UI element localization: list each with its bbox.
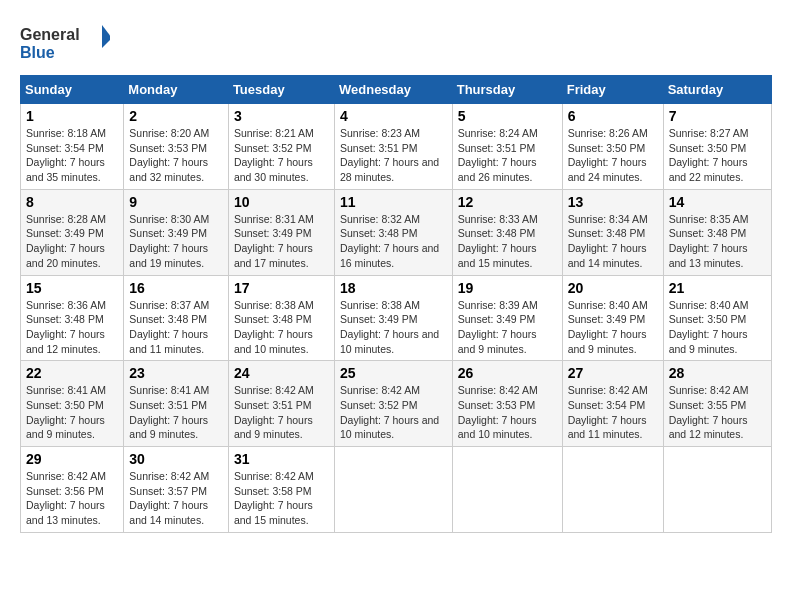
day-number: 8 — [26, 194, 118, 210]
logo: General Blue — [20, 20, 110, 65]
week-row-2: 8Sunrise: 8:28 AMSunset: 3:49 PMDaylight… — [21, 189, 772, 275]
day-info: Sunrise: 8:40 AMSunset: 3:49 PMDaylight:… — [568, 298, 658, 357]
day-number: 12 — [458, 194, 557, 210]
day-number: 30 — [129, 451, 223, 467]
day-number: 19 — [458, 280, 557, 296]
day-info: Sunrise: 8:18 AMSunset: 3:54 PMDaylight:… — [26, 126, 118, 185]
day-number: 28 — [669, 365, 766, 381]
day-number: 17 — [234, 280, 329, 296]
col-header-thursday: Thursday — [452, 76, 562, 104]
day-info: Sunrise: 8:42 AMSunset: 3:55 PMDaylight:… — [669, 383, 766, 442]
day-number: 16 — [129, 280, 223, 296]
week-row-5: 29Sunrise: 8:42 AMSunset: 3:56 PMDayligh… — [21, 447, 772, 533]
day-info: Sunrise: 8:41 AMSunset: 3:50 PMDaylight:… — [26, 383, 118, 442]
day-cell: 15Sunrise: 8:36 AMSunset: 3:48 PMDayligh… — [21, 275, 124, 361]
day-cell: 23Sunrise: 8:41 AMSunset: 3:51 PMDayligh… — [124, 361, 229, 447]
day-info: Sunrise: 8:38 AMSunset: 3:49 PMDaylight:… — [340, 298, 447, 357]
day-info: Sunrise: 8:31 AMSunset: 3:49 PMDaylight:… — [234, 212, 329, 271]
day-number: 21 — [669, 280, 766, 296]
day-cell: 29Sunrise: 8:42 AMSunset: 3:56 PMDayligh… — [21, 447, 124, 533]
day-cell: 9Sunrise: 8:30 AMSunset: 3:49 PMDaylight… — [124, 189, 229, 275]
day-info: Sunrise: 8:33 AMSunset: 3:48 PMDaylight:… — [458, 212, 557, 271]
day-cell: 21Sunrise: 8:40 AMSunset: 3:50 PMDayligh… — [663, 275, 771, 361]
day-number: 13 — [568, 194, 658, 210]
day-info: Sunrise: 8:30 AMSunset: 3:49 PMDaylight:… — [129, 212, 223, 271]
day-cell — [452, 447, 562, 533]
day-info: Sunrise: 8:40 AMSunset: 3:50 PMDaylight:… — [669, 298, 766, 357]
day-cell: 14Sunrise: 8:35 AMSunset: 3:48 PMDayligh… — [663, 189, 771, 275]
day-cell — [562, 447, 663, 533]
day-info: Sunrise: 8:28 AMSunset: 3:49 PMDaylight:… — [26, 212, 118, 271]
day-number: 25 — [340, 365, 447, 381]
day-number: 15 — [26, 280, 118, 296]
week-row-3: 15Sunrise: 8:36 AMSunset: 3:48 PMDayligh… — [21, 275, 772, 361]
day-cell: 5Sunrise: 8:24 AMSunset: 3:51 PMDaylight… — [452, 104, 562, 190]
day-info: Sunrise: 8:38 AMSunset: 3:48 PMDaylight:… — [234, 298, 329, 357]
day-info: Sunrise: 8:34 AMSunset: 3:48 PMDaylight:… — [568, 212, 658, 271]
day-info: Sunrise: 8:42 AMSunset: 3:57 PMDaylight:… — [129, 469, 223, 528]
day-cell: 30Sunrise: 8:42 AMSunset: 3:57 PMDayligh… — [124, 447, 229, 533]
logo-svg: General Blue — [20, 20, 110, 65]
day-number: 22 — [26, 365, 118, 381]
day-number: 5 — [458, 108, 557, 124]
day-info: Sunrise: 8:42 AMSunset: 3:56 PMDaylight:… — [26, 469, 118, 528]
day-info: Sunrise: 8:20 AMSunset: 3:53 PMDaylight:… — [129, 126, 223, 185]
day-number: 2 — [129, 108, 223, 124]
header: General Blue — [20, 20, 772, 65]
day-cell: 4Sunrise: 8:23 AMSunset: 3:51 PMDaylight… — [334, 104, 452, 190]
col-header-sunday: Sunday — [21, 76, 124, 104]
day-info: Sunrise: 8:32 AMSunset: 3:48 PMDaylight:… — [340, 212, 447, 271]
calendar-table: SundayMondayTuesdayWednesdayThursdayFrid… — [20, 75, 772, 533]
svg-text:Blue: Blue — [20, 44, 55, 61]
day-number: 6 — [568, 108, 658, 124]
svg-text:General: General — [20, 26, 80, 43]
day-number: 20 — [568, 280, 658, 296]
header-row: SundayMondayTuesdayWednesdayThursdayFrid… — [21, 76, 772, 104]
day-info: Sunrise: 8:35 AMSunset: 3:48 PMDaylight:… — [669, 212, 766, 271]
day-cell: 8Sunrise: 8:28 AMSunset: 3:49 PMDaylight… — [21, 189, 124, 275]
week-row-4: 22Sunrise: 8:41 AMSunset: 3:50 PMDayligh… — [21, 361, 772, 447]
day-cell — [663, 447, 771, 533]
day-number: 4 — [340, 108, 447, 124]
day-number: 9 — [129, 194, 223, 210]
day-cell: 22Sunrise: 8:41 AMSunset: 3:50 PMDayligh… — [21, 361, 124, 447]
day-number: 27 — [568, 365, 658, 381]
col-header-friday: Friday — [562, 76, 663, 104]
day-number: 24 — [234, 365, 329, 381]
day-cell: 19Sunrise: 8:39 AMSunset: 3:49 PMDayligh… — [452, 275, 562, 361]
day-cell: 6Sunrise: 8:26 AMSunset: 3:50 PMDaylight… — [562, 104, 663, 190]
day-info: Sunrise: 8:24 AMSunset: 3:51 PMDaylight:… — [458, 126, 557, 185]
day-number: 29 — [26, 451, 118, 467]
day-cell — [334, 447, 452, 533]
day-cell: 31Sunrise: 8:42 AMSunset: 3:58 PMDayligh… — [228, 447, 334, 533]
day-info: Sunrise: 8:21 AMSunset: 3:52 PMDaylight:… — [234, 126, 329, 185]
day-info: Sunrise: 8:37 AMSunset: 3:48 PMDaylight:… — [129, 298, 223, 357]
day-cell: 1Sunrise: 8:18 AMSunset: 3:54 PMDaylight… — [21, 104, 124, 190]
day-cell: 26Sunrise: 8:42 AMSunset: 3:53 PMDayligh… — [452, 361, 562, 447]
day-cell: 10Sunrise: 8:31 AMSunset: 3:49 PMDayligh… — [228, 189, 334, 275]
day-info: Sunrise: 8:27 AMSunset: 3:50 PMDaylight:… — [669, 126, 766, 185]
day-cell: 3Sunrise: 8:21 AMSunset: 3:52 PMDaylight… — [228, 104, 334, 190]
day-info: Sunrise: 8:39 AMSunset: 3:49 PMDaylight:… — [458, 298, 557, 357]
day-info: Sunrise: 8:42 AMSunset: 3:51 PMDaylight:… — [234, 383, 329, 442]
day-info: Sunrise: 8:42 AMSunset: 3:53 PMDaylight:… — [458, 383, 557, 442]
col-header-saturday: Saturday — [663, 76, 771, 104]
day-cell: 7Sunrise: 8:27 AMSunset: 3:50 PMDaylight… — [663, 104, 771, 190]
day-info: Sunrise: 8:42 AMSunset: 3:52 PMDaylight:… — [340, 383, 447, 442]
day-number: 14 — [669, 194, 766, 210]
day-cell: 17Sunrise: 8:38 AMSunset: 3:48 PMDayligh… — [228, 275, 334, 361]
day-number: 10 — [234, 194, 329, 210]
day-number: 31 — [234, 451, 329, 467]
day-info: Sunrise: 8:36 AMSunset: 3:48 PMDaylight:… — [26, 298, 118, 357]
day-number: 7 — [669, 108, 766, 124]
col-header-monday: Monday — [124, 76, 229, 104]
day-info: Sunrise: 8:23 AMSunset: 3:51 PMDaylight:… — [340, 126, 447, 185]
day-number: 23 — [129, 365, 223, 381]
day-info: Sunrise: 8:41 AMSunset: 3:51 PMDaylight:… — [129, 383, 223, 442]
day-number: 11 — [340, 194, 447, 210]
day-number: 18 — [340, 280, 447, 296]
day-cell: 28Sunrise: 8:42 AMSunset: 3:55 PMDayligh… — [663, 361, 771, 447]
day-info: Sunrise: 8:42 AMSunset: 3:58 PMDaylight:… — [234, 469, 329, 528]
day-number: 1 — [26, 108, 118, 124]
day-cell: 18Sunrise: 8:38 AMSunset: 3:49 PMDayligh… — [334, 275, 452, 361]
